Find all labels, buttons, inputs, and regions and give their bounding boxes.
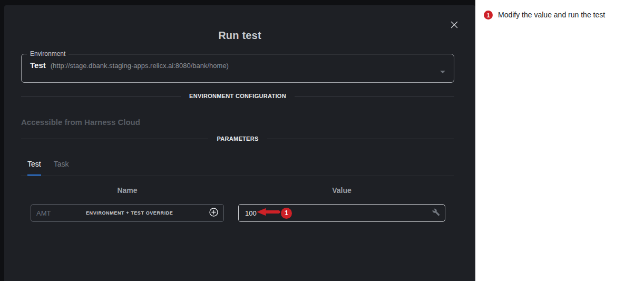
tab-task[interactable]: Task xyxy=(54,160,69,176)
cloud-access-note: Accessible from Harness Cloud xyxy=(21,118,140,127)
environment-configuration-label: ENVIRONMENT CONFIGURATION xyxy=(189,93,286,99)
environment-name: Test xyxy=(30,61,46,70)
parameter-tabs: Test Task xyxy=(21,160,454,176)
divider-line xyxy=(295,96,454,96)
add-override-button[interactable] xyxy=(208,208,219,218)
annotation-step-item: 1 Modify the value and run the test xyxy=(475,0,644,20)
column-header-value: Value xyxy=(238,186,445,195)
parameter-column-headers: Name Value xyxy=(31,186,445,195)
divider-line xyxy=(21,96,181,96)
divider-line xyxy=(267,139,454,139)
environment-url: (http://stage.dbank.staging-apps.relicx.… xyxy=(51,62,229,70)
parameter-name: AMT xyxy=(36,209,51,217)
close-icon xyxy=(450,21,458,31)
annotation-panel: 1 Modify the value and run the test xyxy=(475,0,644,281)
environment-configuration-divider: ENVIRONMENT CONFIGURATION xyxy=(21,93,454,99)
parameter-name-field: AMT ENVIRONMENT + TEST OVERRIDE xyxy=(31,204,224,222)
environment-selected-value: Test (http://stage.dbank.staging-apps.re… xyxy=(22,57,454,70)
divider-line xyxy=(21,139,208,139)
step-number-badge: 1 xyxy=(484,11,493,20)
parameter-row: AMT ENVIRONMENT + TEST OVERRIDE xyxy=(31,204,445,222)
parameter-value-field: 1 xyxy=(238,204,445,222)
value-tools-button[interactable] xyxy=(430,207,442,219)
parameters-label: PARAMETERS xyxy=(217,135,258,142)
environment-label: Environment xyxy=(27,50,69,57)
environment-select[interactable]: Environment Test (http://stage.dbank.sta… xyxy=(21,50,454,83)
modal-title: Run test xyxy=(4,30,475,42)
parameters-divider: PARAMETERS xyxy=(21,135,454,142)
screen: Run test Environment Test (http://stage.… xyxy=(0,0,644,281)
value-input[interactable] xyxy=(239,205,445,221)
plus-circle-icon xyxy=(209,208,218,218)
chevron-down-icon xyxy=(440,71,445,73)
tab-test[interactable]: Test xyxy=(27,160,41,176)
step-text: Modify the value and run the test xyxy=(498,11,605,20)
column-header-name: Name xyxy=(31,186,224,195)
override-badge: ENVIRONMENT + TEST OVERRIDE xyxy=(51,210,208,216)
run-test-modal: Run test Environment Test (http://stage.… xyxy=(4,5,475,281)
wrench-icon xyxy=(432,208,440,218)
